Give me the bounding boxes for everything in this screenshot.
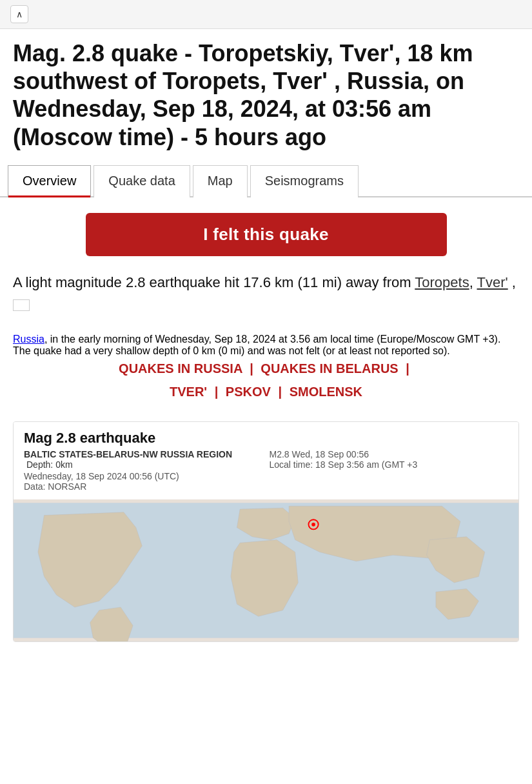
map-card: Mag 2.8 earthquake BALTIC STATES-BELARUS… <box>13 421 519 642</box>
chevron-up-icon: ∧ <box>16 9 23 19</box>
regional-links: QUAKES IN RUSSIA | QUAKES IN BELARUS | T… <box>13 357 519 403</box>
map-card-header: Mag 2.8 earthquake BALTIC STATES-BELARUS… <box>14 422 518 499</box>
map-card-meta-right: M2.8 Wed, 18 Sep 00:56 Local time: 18 Se… <box>270 449 509 470</box>
svg-point-3 <box>311 523 315 527</box>
separator-2: | <box>406 361 409 376</box>
tver-region-link[interactable]: TVER' <box>170 385 207 399</box>
separator-4: | <box>278 385 282 399</box>
page-title: Mag. 2.8 quake - Toropetskiy, Tver', 18 … <box>0 29 532 164</box>
russia-link[interactable]: Russia <box>13 334 44 345</box>
tver-link[interactable]: Tver' <box>477 274 507 290</box>
content-area: I felt this quake A light magnitude 2.8 … <box>0 197 532 658</box>
map-visual[interactable] <box>14 499 518 641</box>
chevron-up-button[interactable]: ∧ <box>10 5 28 23</box>
separator-1: | <box>250 361 253 376</box>
separator-3: | <box>215 385 219 399</box>
smolensk-link[interactable]: SMOLENSK <box>290 385 362 399</box>
map-card-meta: BALTIC STATES-BELARUS-NW RUSSIA REGION D… <box>24 449 508 492</box>
map-card-local-time: Local time: 18 Sep 3:56 am (GMT +3 <box>270 459 509 470</box>
map-card-date-utc: Wednesday, 18 Sep 2024 00:56 (UTC) <box>24 471 263 481</box>
description-part1: A light magnitude 2.8 earthquake hit 17.… <box>13 274 415 290</box>
quakes-russia-link[interactable]: QUAKES IN RUSSIA <box>119 361 242 376</box>
map-card-data-source: Data: NORSAR <box>24 481 263 492</box>
tab-quake-data[interactable]: Quake data <box>94 165 190 197</box>
felt-this-quake-button[interactable]: I felt this quake <box>86 213 447 256</box>
tab-map[interactable]: Map <box>193 165 248 197</box>
tab-seismograms[interactable]: Seismograms <box>250 165 359 197</box>
map-card-subtitle: BALTIC STATES-BELARUS-NW RUSSIA REGION D… <box>24 449 263 470</box>
description-part2: , in the early morning of Wednesday, Sep… <box>13 334 500 356</box>
map-card-magnitude: M2.8 Wed, 18 Sep 00:56 <box>270 449 509 459</box>
tabs-container: Overview Quake data Map Seismograms <box>0 164 532 197</box>
depth-label: Depth: 0km <box>26 459 73 470</box>
toropets-link[interactable]: Toropets <box>415 274 469 290</box>
russia-flag <box>13 299 30 311</box>
tab-overview[interactable]: Overview <box>8 165 91 197</box>
map-card-title: Mag 2.8 earthquake <box>24 430 508 447</box>
top-bar: ∧ <box>0 0 532 29</box>
quakes-belarus-link[interactable]: QUAKES IN BELARUS <box>261 361 398 376</box>
description-paragraph: A light magnitude 2.8 earthquake hit 17.… <box>13 272 519 316</box>
pskov-link[interactable]: PSKOV <box>226 385 271 399</box>
map-card-meta-left: BALTIC STATES-BELARUS-NW RUSSIA REGION D… <box>24 449 263 492</box>
